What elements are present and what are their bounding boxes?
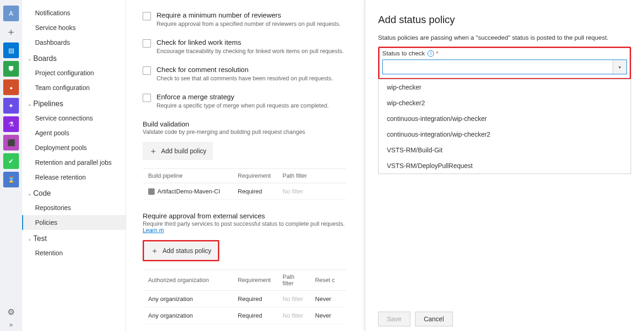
policy-checkbox[interactable] [143, 12, 151, 20]
add-status-policy-panel: Add status policy Status policies are pa… [365, 0, 644, 331]
iconbar-tile-6[interactable]: ⚗ [3, 116, 19, 132]
iconbar-tile-9[interactable]: ⌛ [3, 172, 19, 187]
sidebar-item[interactable]: Notifications [22, 6, 126, 20]
section-title: Build validation [143, 120, 346, 128]
dropdown-option[interactable]: continuous-integration/wip-checker [379, 111, 631, 126]
chevron-down-icon: ⌄ [28, 236, 33, 241]
panel-title: Add status policy [378, 14, 631, 26]
build-policy-table: Build pipeline Requirement Path filter A… [143, 169, 346, 200]
status-to-check-combobox[interactable]: ▾ [382, 60, 627, 74]
section-label: Boards [33, 54, 57, 63]
chevron-down-icon[interactable]: ▾ [613, 60, 626, 74]
table-row[interactable]: ArtifactDemo-Maven-CIRequiredNo filter [143, 183, 346, 200]
table-row[interactable]: Any organizationRequiredNo filterNever [143, 307, 346, 324]
section-desc: Require third party services to post suc… [143, 221, 346, 234]
main-content: Require a minimum number of reviewersReq… [126, 0, 365, 331]
policy-desc: Check to see that all comments have been… [156, 75, 333, 82]
learn-more-link[interactable]: Learn m [143, 227, 164, 234]
sidebar-item[interactable]: Team configuration [22, 80, 126, 95]
cancel-button[interactable]: Cancel [415, 312, 453, 326]
table-row[interactable]: Any organizationRequiredNo filterNever [143, 291, 346, 307]
expand-chevrons-icon[interactable]: » [9, 321, 13, 328]
sidebar-item[interactable]: Agent pools [22, 126, 126, 140]
policy-checkbox[interactable] [143, 39, 151, 48]
policy-title: Enforce a merge strategy [156, 93, 329, 101]
build-validation-section: Build validation Validate code by pre-me… [143, 120, 346, 200]
settings-gear-icon[interactable]: ⚙ [7, 307, 15, 317]
iconbar-tile-4[interactable]: ⬥ [3, 79, 19, 95]
add-status-policy-button[interactable]: ＋ Add status policy [144, 241, 218, 260]
plus-icon: ＋ [150, 245, 159, 256]
status-to-check-input[interactable] [383, 60, 613, 74]
sidebar-item[interactable]: Retention and parallel jobs [22, 155, 126, 170]
policy-row: Check for linked work itemsEncourage tra… [143, 38, 346, 54]
field-label: Status to check i * [382, 50, 627, 57]
sidebar-item[interactable]: Service connections [22, 111, 126, 126]
policy-checkbox[interactable] [143, 66, 151, 75]
section-title: Require approval from external services [143, 212, 346, 220]
iconbar-tile-8[interactable]: ✔ [3, 153, 19, 169]
policy-title: Check for linked work items [156, 38, 344, 46]
policy-checkbox[interactable] [143, 94, 151, 102]
chevron-down-icon: ⌄ [28, 191, 33, 196]
sidebar-item[interactable]: Deployment pools [22, 140, 126, 155]
iconbar-tile-7[interactable]: ⬛ [3, 135, 19, 150]
chevron-down-icon: ⌄ [28, 102, 33, 107]
plus-icon: ＋ [149, 145, 157, 156]
policy-desc: Require a specific type of merge when pu… [156, 102, 329, 109]
sidebar-item[interactable]: Retention [22, 246, 126, 260]
highlight-add-status-policy: ＋ Add status policy [143, 240, 219, 261]
section-desc: Validate code by pre-merging and buildin… [143, 129, 346, 135]
dropdown-option[interactable]: wip-checker2 [379, 95, 631, 111]
sidebar-item[interactable]: Service hooks [22, 20, 126, 35]
policy-title: Require a minimum number of reviewers [156, 11, 341, 19]
sidebar-section-head[interactable]: ⌄Code [22, 185, 126, 200]
section-label: Test [33, 235, 47, 243]
sidebar-section-head[interactable]: ⌄Test [22, 230, 126, 246]
iconbar-tile-1[interactable]: ＋ [3, 24, 19, 40]
dropdown-option[interactable]: wip-checker [379, 79, 631, 95]
policy-row: Require a minimum number of reviewersReq… [143, 11, 346, 27]
settings-sidebar: NotificationsService hooksDashboards ⌄Bo… [22, 0, 126, 331]
highlight-status-to-check: Status to check i * ▾ [378, 47, 631, 79]
status-dropdown-list: wip-checkerwip-checker2continuous-integr… [378, 79, 631, 174]
status-policy-table: Authorized organization Requirement Path… [143, 270, 346, 324]
chevron-down-icon: ⌄ [28, 56, 33, 61]
policy-desc: Encourage traceability by checking for l… [156, 48, 344, 54]
dropdown-option[interactable]: continuous-integration/wip-checker2 [379, 126, 631, 142]
required-indicator: * [436, 50, 438, 57]
left-iconbar: A＋▤⛊⬥✦⚗⬛✔⌛ ⚙ » [0, 0, 22, 331]
iconbar-tile-5[interactable]: ✦ [3, 98, 19, 114]
sidebar-item[interactable]: Release retention [22, 170, 126, 185]
section-label: Code [33, 189, 51, 198]
status-policy-section: Require approval from external services … [143, 212, 346, 324]
iconbar-tile-3[interactable]: ⛊ [3, 61, 19, 77]
iconbar-tile-2[interactable]: ▤ [3, 42, 19, 58]
policy-row: Check for comment resolutionCheck to see… [143, 66, 346, 82]
add-build-policy-button[interactable]: ＋ Add build policy [143, 142, 213, 160]
policy-title: Check for comment resolution [156, 66, 333, 73]
panel-intro: Status policies are passing when a "succ… [378, 34, 631, 41]
dropdown-option[interactable]: VSTS-RM/Build-Git [379, 142, 631, 158]
section-label: Pipelines [33, 100, 63, 108]
sidebar-item[interactable]: Repositories [22, 200, 126, 215]
iconbar-tile-0[interactable]: A [3, 6, 19, 21]
sidebar-item[interactable]: Policies [22, 215, 126, 230]
info-icon[interactable]: i [427, 50, 434, 57]
policy-row: Enforce a merge strategyRequire a specif… [143, 93, 346, 109]
pipeline-icon [148, 188, 155, 195]
sidebar-section-head[interactable]: ⌄Pipelines [22, 95, 126, 111]
dropdown-option[interactable]: VSTS-RM/DeployPullRequest [379, 158, 631, 174]
save-button[interactable]: Save [378, 312, 410, 326]
sidebar-item[interactable]: Dashboards [22, 35, 126, 50]
policy-desc: Require approval from a specified number… [156, 21, 341, 27]
sidebar-section-head[interactable]: ⌄Boards [22, 50, 126, 66]
sidebar-item[interactable]: Project configuration [22, 66, 126, 80]
